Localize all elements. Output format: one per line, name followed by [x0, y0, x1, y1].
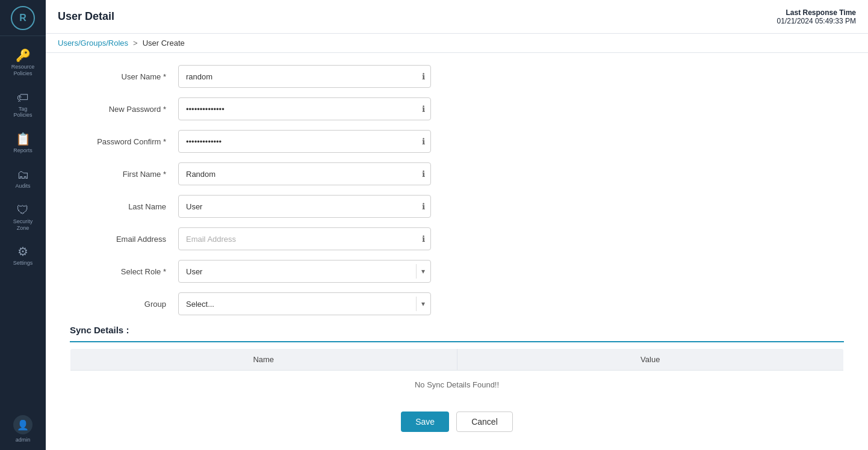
firstname-field: ℹ [178, 162, 431, 185]
username-input[interactable] [178, 65, 431, 88]
sidebar-nav: 🔑 Resource Policies 🏷 TagPolicies 📋 Repo… [0, 36, 46, 408]
audits-icon: 🗂 [17, 168, 29, 180]
lastname-row: Last Name ℹ [70, 195, 844, 218]
app-logo: R [11, 6, 35, 30]
password-input[interactable] [178, 97, 431, 120]
email-input[interactable] [178, 227, 431, 250]
lastname-input[interactable] [178, 195, 431, 218]
sidebar-item-reports[interactable]: 📋 Reports [0, 126, 46, 161]
sidebar-item-label: Reports [13, 147, 33, 154]
sync-empty-row: No Sync Details Found!! [70, 371, 844, 399]
sidebar-item-tag-policies[interactable]: 🏷 TagPolicies [0, 84, 46, 126]
role-select-wrapper: User Admin ▾ [178, 260, 431, 283]
username-label: User Name * [70, 72, 178, 81]
role-row: Select Role * User Admin ▾ [70, 260, 844, 283]
password-field: ℹ [178, 97, 431, 120]
firstname-input[interactable] [178, 162, 431, 185]
main-area: User Detail Last Response Time 01/21/202… [46, 0, 868, 450]
username-row: User Name * ℹ [70, 65, 844, 88]
resource-policies-icon: 🔑 [16, 49, 31, 61]
sidebar-admin[interactable]: 👤 admin [0, 408, 46, 450]
sidebar-item-security-zone[interactable]: 🛡 SecurityZone [0, 197, 46, 239]
group-row: Group Select... ▾ [70, 292, 844, 315]
email-field: ℹ [178, 227, 431, 250]
tag-policies-icon: 🏷 [17, 91, 29, 103]
lastname-field: ℹ [178, 195, 431, 218]
last-response-label: Last Response Time [777, 8, 856, 17]
role-select[interactable]: User Admin [178, 260, 431, 283]
sidebar-logo: R [0, 0, 46, 36]
firstname-label: First Name * [70, 170, 178, 179]
cancel-button[interactable]: Cancel [456, 411, 513, 432]
password-info-icon: ℹ [422, 104, 425, 114]
password-confirm-label: Password Confirm * [70, 137, 178, 146]
sync-empty-message: No Sync Details Found!! [70, 371, 844, 399]
last-response-value: 01/21/2024 05:49:33 PM [777, 17, 856, 25]
password-confirm-row: Password Confirm * ℹ [70, 130, 844, 153]
sidebar-item-label: Audits [15, 183, 30, 190]
firstname-row: First Name * ℹ [70, 162, 844, 185]
password-confirm-input[interactable] [178, 130, 431, 153]
username-info-icon: ℹ [422, 72, 425, 81]
sidebar-item-resource-policies[interactable]: 🔑 Resource Policies [0, 42, 46, 84]
lastname-info-icon: ℹ [422, 202, 425, 211]
password-label: New Password * [70, 105, 178, 114]
breadcrumb-separator: > [133, 39, 138, 48]
password-confirm-info-icon: ℹ [422, 137, 425, 146]
sidebar-item-label: Settings [13, 260, 33, 267]
group-label: Group [70, 300, 178, 309]
sidebar-item-label: Resource Policies [2, 64, 43, 77]
firstname-info-icon: ℹ [422, 169, 425, 179]
sidebar: R 🔑 Resource Policies 🏷 TagPolicies 📋 Re… [0, 0, 46, 450]
sidebar-item-settings[interactable]: ⚙ Settings [0, 238, 46, 274]
sync-section: Sync Details : Name Value No Sync Detail… [70, 325, 844, 399]
save-button[interactable]: Save [401, 411, 449, 432]
password-row: New Password * ℹ [70, 97, 844, 120]
email-label: Email Address [70, 235, 178, 244]
sync-value-header: Value [457, 349, 844, 371]
header: User Detail Last Response Time 01/21/202… [46, 0, 868, 34]
username-field: ℹ [178, 65, 431, 88]
admin-label: admin [16, 437, 31, 443]
admin-avatar: 👤 [13, 415, 33, 434]
breadcrumb-current: User Create [143, 39, 185, 48]
buttons-row: Save Cancel [70, 411, 844, 444]
password-confirm-field: ℹ [178, 130, 431, 153]
header-time: Last Response Time 01/21/2024 05:49:33 P… [777, 8, 856, 25]
lastname-label: Last Name [70, 202, 178, 211]
group-select-wrapper: Select... ▾ [178, 292, 431, 315]
email-info-icon: ℹ [422, 234, 425, 244]
page-title: User Detail [58, 10, 114, 23]
sidebar-item-audits[interactable]: 🗂 Audits [0, 161, 46, 197]
role-label: Select Role * [70, 267, 178, 276]
sidebar-item-label: SecurityZone [13, 218, 33, 232]
breadcrumb-link[interactable]: Users/Groups/Roles [58, 39, 128, 48]
reports-icon: 📋 [16, 133, 31, 145]
content-area: User Name * ℹ New Password * ℹ Password … [46, 53, 868, 450]
sidebar-bottom: 👤 admin [0, 408, 46, 450]
breadcrumb: Users/Groups/Roles > User Create [46, 34, 868, 53]
settings-icon: ⚙ [17, 245, 28, 257]
sidebar-item-label: TagPolicies [13, 106, 32, 119]
sync-title: Sync Details : [70, 325, 844, 342]
email-row: Email Address ℹ [70, 227, 844, 250]
sync-table: Name Value No Sync Details Found!! [70, 348, 844, 399]
group-select[interactable]: Select... [178, 292, 431, 315]
sync-name-header: Name [70, 349, 457, 371]
security-zone-icon: 🛡 [17, 204, 29, 216]
